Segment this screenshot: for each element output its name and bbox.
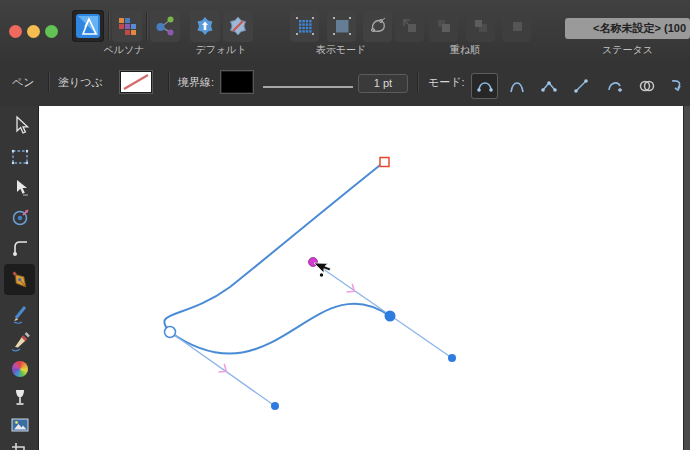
defaults-revert-icon — [228, 16, 248, 36]
smart-mode-button[interactable] — [503, 73, 530, 99]
stroke-width-slider[interactable] — [263, 86, 353, 88]
move-tool-icon — [9, 114, 31, 136]
selected-node[interactable] — [385, 311, 396, 322]
top-toolbar: ペルソナ デフォルト — [0, 0, 690, 59]
mouse-cursor — [314, 263, 331, 273]
pen-mode-icon — [476, 78, 494, 94]
pasteboard-edge — [683, 106, 690, 450]
cursor-modifier-dot — [320, 273, 323, 276]
arrange-group-label: 重ね順 — [398, 43, 532, 57]
place-image-tool[interactable] — [4, 410, 35, 439]
status-box: <名称未設定> (100 — [565, 18, 690, 39]
polygon-mode-button[interactable] — [535, 73, 562, 99]
defaults-group-label: デフォルト — [186, 43, 256, 57]
no-fill-icon — [121, 72, 151, 92]
pixel-grid-view-button[interactable] — [290, 10, 319, 42]
pen-mode-button[interactable] — [471, 73, 498, 99]
point-transform-tool[interactable] — [4, 202, 35, 231]
document-canvas[interactable] — [39, 106, 683, 450]
tools-panel — [0, 106, 39, 450]
node-tool-icon — [9, 176, 31, 198]
attach-curve-button[interactable] — [633, 73, 660, 99]
move-backward-icon — [472, 17, 490, 35]
defaults-sync-icon — [195, 16, 215, 36]
move-to-front-button — [395, 10, 424, 42]
outline-view-button[interactable] — [363, 10, 392, 42]
zoom-button[interactable] — [45, 25, 58, 38]
fill-tool[interactable] — [4, 354, 35, 383]
vector-brush-tool-icon — [9, 330, 31, 352]
export-persona-button[interactable] — [150, 10, 180, 42]
fill-tool-icon — [12, 361, 28, 377]
vector-crop-tool-icon — [9, 440, 31, 450]
continue-curve-button[interactable] — [663, 73, 690, 99]
fill-label: 塗りつぶ — [58, 75, 103, 90]
defaults-revert-button[interactable] — [223, 10, 253, 42]
point-transform-tool-icon — [9, 206, 31, 228]
stroke-width-value[interactable]: 1 pt — [358, 74, 408, 93]
curve-segment-1[interactable] — [164, 162, 384, 332]
stroke-swatch[interactable] — [222, 72, 252, 92]
affinity-designer-window: ペルソナ デフォルト — [0, 0, 690, 450]
persona-group-label: ペルソナ — [72, 43, 176, 57]
pixel-grid-view-icon — [295, 16, 315, 36]
handle-dot-2[interactable] — [448, 354, 456, 362]
context-toolbar: ペン 塗りつぶ 境界線: 1 pt モード: — [0, 58, 690, 107]
line-mode-icon — [572, 78, 590, 94]
move-to-back-button — [502, 10, 531, 42]
artboard-tool[interactable] — [4, 142, 35, 171]
place-image-tool-icon — [9, 414, 31, 436]
move-tool[interactable] — [4, 110, 35, 139]
move-forward-button — [429, 10, 458, 42]
pixel-view-icon — [332, 16, 352, 36]
outline-view-icon — [368, 16, 388, 36]
attach-curve-icon — [638, 78, 656, 94]
pixel-view-button[interactable] — [327, 10, 356, 42]
line-mode-button[interactable] — [567, 73, 594, 99]
move-to-back-icon — [508, 17, 526, 35]
defaults-sync-button[interactable] — [190, 10, 220, 42]
status-group-label: ステータス — [565, 43, 690, 57]
mode-label: モード: — [428, 75, 465, 90]
active-tool-label: ペン — [12, 75, 35, 90]
pixel-persona-button[interactable] — [112, 10, 142, 42]
start-node-square[interactable] — [380, 158, 389, 167]
stroke-label: 境界線: — [178, 75, 214, 90]
vector-crop-tool[interactable] — [4, 436, 35, 450]
close-button[interactable] — [9, 25, 22, 38]
minimize-button[interactable] — [27, 25, 40, 38]
pencil-tool-icon — [9, 302, 31, 324]
fill-swatch[interactable] — [121, 72, 151, 92]
handle-dot-1[interactable] — [271, 402, 279, 410]
designer-persona-button[interactable] — [72, 10, 104, 42]
pencil-tool[interactable] — [4, 298, 35, 327]
smooth-node-circle[interactable] — [165, 327, 176, 338]
view-mode-group-label: 表示モード — [290, 43, 392, 57]
vector-brush-tool[interactable] — [4, 326, 35, 355]
move-backward-button — [466, 10, 495, 42]
add-new-curve-button[interactable] — [601, 73, 628, 99]
move-to-front-icon — [401, 17, 419, 35]
pixel-persona-icon — [118, 17, 136, 35]
smart-mode-icon — [508, 78, 526, 94]
curve-segment-2[interactable] — [170, 304, 390, 354]
handle-line-2 — [313, 262, 452, 358]
pen-tool-icon — [8, 268, 32, 292]
handle-line-1 — [170, 332, 275, 406]
transparency-tool[interactable] — [4, 382, 35, 411]
node-tool[interactable] — [4, 172, 35, 201]
pen-path-drawing — [39, 106, 683, 450]
corner-tool[interactable] — [4, 232, 35, 261]
export-persona-icon — [154, 15, 176, 37]
designer-persona-icon — [75, 13, 101, 39]
artboard-tool-icon — [9, 146, 31, 168]
continue-curve-icon — [668, 78, 686, 94]
pen-tool[interactable] — [4, 264, 35, 295]
move-forward-icon — [435, 17, 453, 35]
transparency-tool-icon — [9, 386, 31, 408]
polygon-mode-icon — [540, 78, 558, 94]
add-new-curve-icon — [606, 78, 624, 94]
corner-tool-icon — [9, 236, 31, 258]
